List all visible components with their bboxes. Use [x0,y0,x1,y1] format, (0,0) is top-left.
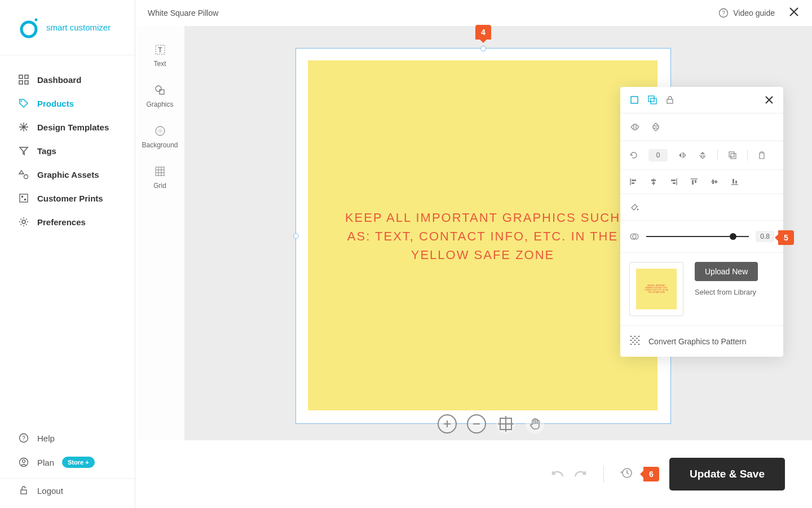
rotation-input[interactable]: 0 [648,149,668,161]
svg-point-49 [630,336,632,337]
undo-button[interactable] [550,467,565,481]
sidebar-item-products[interactable]: Products [0,91,135,115]
svg-rect-44 [732,179,734,183]
align-top-icon[interactable] [690,178,698,186]
dashboard-icon [18,75,29,85]
flip-vertical-icon[interactable] [698,150,707,160]
svg-rect-37 [652,182,655,184]
svg-rect-5 [25,81,28,84]
align-left-icon[interactable] [629,178,637,186]
video-guide-button[interactable]: ? Video guide [718,8,775,18]
sidebar-item-label: Logout [37,486,63,496]
annotation-4: 4 [475,25,491,40]
sidebar-item-graphic-assets[interactable]: Graphic Assets [0,163,135,186]
filter-icon [18,146,29,156]
svg-point-8 [24,175,28,179]
align-bottom-icon[interactable] [731,178,739,186]
tool-label: Grid [153,182,166,190]
svg-rect-41 [695,180,696,183]
svg-rect-10 [21,196,23,198]
close-icon [788,6,800,17]
slider-thumb[interactable] [730,233,736,240]
convert-pattern-button[interactable]: Convert Graphics to Pattern [620,326,783,357]
svg-rect-32 [729,152,734,157]
align-right-icon[interactable] [670,178,678,186]
opacity-slider[interactable] [646,236,749,237]
zoom-in-button[interactable] [438,414,457,433]
tool-label: Graphics [146,100,173,108]
tool-grid[interactable]: Grid [135,165,184,190]
text-icon: T [154,43,166,56]
mask-icon[interactable] [647,95,657,105]
sidebar-item-help[interactable]: ? Help [0,426,135,450]
svg-rect-17 [21,490,27,494]
sidebar: smart customizer Dashboard Products Desi… [0,0,135,508]
zoom-out-button[interactable] [467,414,486,433]
opacity-value[interactable]: 0.8 [756,231,774,242]
svg-point-51 [638,336,639,337]
sidebar-item-customer-prints[interactable]: Customer Prints [0,186,135,210]
sidebar-item-label: Graphic Assets [37,170,99,179]
svg-rect-35 [632,182,634,184]
svg-point-56 [634,344,636,345]
pan-button[interactable] [526,414,545,433]
props-preview-row: KEEP ALL IMPORTANTGRAPHICS SUCH AS: TEXT… [620,253,783,326]
safe-zone[interactable]: KEEP ALL IMPORTANT GRAPHICS SUCH AS: TEX… [308,60,657,410]
help-icon: ? [18,433,29,443]
svg-point-61 [636,341,637,343]
props-center-row [620,113,783,141]
sidebar-item-logout[interactable]: Logout [0,479,135,502]
sidebar-item-preferences[interactable]: Preferences [0,210,135,234]
svg-rect-28 [651,98,656,104]
align-center-h-icon[interactable] [650,178,657,186]
shapes-icon [18,169,29,179]
svg-rect-42 [712,179,714,184]
props-transform-row: 0 [620,141,783,170]
graphics-icon [154,84,166,97]
upload-new-button[interactable]: Upload New [695,262,758,281]
resize-handle-top[interactable] [480,46,486,51]
close-icon [764,95,774,105]
center-horizontal-icon[interactable] [629,122,641,132]
tool-background[interactable]: Background [135,124,184,149]
select-from-library-link[interactable]: Select from Library [695,288,758,296]
fit-button[interactable] [496,414,515,433]
svg-point-1 [35,18,38,21]
crop-icon[interactable] [629,95,639,105]
close-button[interactable] [788,6,800,20]
grid-icon [155,165,166,178]
rotate-icon[interactable] [629,151,638,160]
redo-button[interactable] [573,467,588,481]
sidebar-item-label: Tags [37,146,56,156]
align-center-v-icon[interactable] [710,178,718,186]
update-save-button[interactable]: Update & Save [669,458,785,491]
logo[interactable]: smart customizer [0,0,135,55]
fill-icon[interactable] [629,202,639,212]
lock-icon[interactable] [665,95,674,105]
safe-zone-text: KEEP ALL IMPORTANT GRAPHICS SUCH AS: TEX… [308,208,657,264]
tool-text[interactable]: T Text [135,43,184,68]
sidebar-item-tags[interactable]: Tags [0,139,135,163]
tool-graphics[interactable]: Graphics [135,84,184,108]
flip-horizontal-icon[interactable] [678,151,688,160]
svg-point-12 [22,220,25,224]
svg-point-0 [21,22,36,37]
sidebar-item-label: Plan [37,458,54,467]
center-vertical-icon[interactable] [651,121,661,133]
delete-icon[interactable] [758,151,766,160]
svg-rect-34 [632,179,636,181]
properties-panel: 0 0.8 KEEP ALL IMPORTANTGRAPHICS SUCH AS… [620,87,783,357]
resize-handle-left[interactable] [293,233,299,239]
svg-point-54 [638,340,639,341]
sidebar-item-plan[interactable]: Plan Store + [0,450,135,475]
duplicate-icon[interactable] [728,151,737,160]
graphic-thumbnail[interactable]: KEEP ALL IMPORTANTGRAPHICS SUCH AS: TEXT… [629,262,683,316]
svg-rect-31 [653,126,659,128]
svg-rect-3 [25,75,28,78]
sidebar-item-dashboard[interactable]: Dashboard [0,68,135,91]
history-button[interactable] [620,466,633,482]
undo-icon [550,467,565,479]
svg-rect-9 [20,194,28,202]
sidebar-item-templates[interactable]: Design Templates [0,115,135,139]
close-panel-button[interactable] [764,95,774,105]
